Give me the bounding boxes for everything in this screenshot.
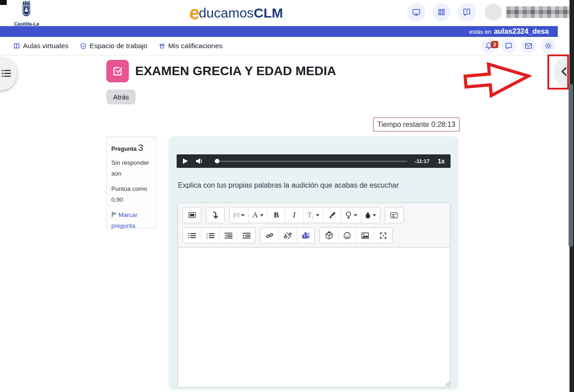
audio-time-remaining: -11:17 bbox=[415, 158, 429, 164]
smiley-icon bbox=[343, 232, 351, 239]
emoji-button[interactable] bbox=[338, 228, 356, 243]
toolbar-group-form bbox=[385, 207, 404, 223]
screen-corner-mark bbox=[0, 0, 7, 5]
rich-text-editor: Ff A B I T↕ bbox=[178, 203, 451, 387]
play-icon[interactable] bbox=[182, 158, 188, 164]
svg-text:?: ? bbox=[465, 9, 468, 14]
question-grade: Puntúa como 0,90 bbox=[111, 184, 152, 205]
teams-icon: T bbox=[302, 232, 310, 239]
apps-grid-icon bbox=[437, 8, 446, 17]
brand-e: e bbox=[189, 4, 200, 23]
nav-label: Espacio de trabajo bbox=[90, 42, 147, 50]
brush-button[interactable] bbox=[323, 207, 341, 223]
color-button[interactable] bbox=[361, 207, 380, 223]
text-size-icon: T↕ bbox=[307, 211, 314, 220]
monitor-icon bbox=[412, 8, 421, 17]
form-icon bbox=[390, 212, 398, 219]
collapse-toolbar-button[interactable] bbox=[183, 207, 201, 223]
shield-check-icon bbox=[80, 43, 87, 50]
unlink-button[interactable] bbox=[278, 228, 296, 243]
scrollbar-thumb[interactable] bbox=[569, 84, 573, 247]
resize-handle[interactable] bbox=[444, 381, 450, 386]
apps-button[interactable] bbox=[433, 3, 451, 21]
font-style-button[interactable]: A bbox=[248, 207, 267, 223]
messages-button[interactable] bbox=[501, 38, 516, 54]
outdent-icon bbox=[224, 232, 232, 239]
cube-icon bbox=[325, 231, 333, 239]
help-button[interactable]: ? bbox=[458, 3, 476, 21]
toolbar-group-collapse bbox=[182, 207, 201, 223]
svg-text:3: 3 bbox=[206, 237, 208, 239]
bulb-icon bbox=[345, 211, 352, 219]
notification-badge: 2 bbox=[491, 41, 498, 48]
outdent-button[interactable] bbox=[219, 228, 237, 243]
brand-mid: ducamos bbox=[199, 5, 254, 21]
bullet-list-button[interactable] bbox=[183, 228, 201, 243]
help-chat-icon: ? bbox=[462, 8, 471, 17]
chat-icon bbox=[505, 42, 513, 50]
list-icon bbox=[1, 69, 11, 78]
teams-button[interactable]: T bbox=[296, 228, 314, 243]
italic-button[interactable]: I bbox=[285, 207, 303, 223]
back-button[interactable]: Atrás bbox=[106, 90, 136, 104]
nav-item-espacio-de-trabajo[interactable]: Espacio de trabajo bbox=[80, 42, 147, 50]
nav-item-aulas-virtuales[interactable]: Aulas virtuales bbox=[14, 42, 68, 50]
fullscreen-button[interactable] bbox=[374, 228, 392, 243]
annotation-rectangle bbox=[547, 54, 569, 90]
flag-icon bbox=[111, 212, 117, 218]
arrow-down-button[interactable] bbox=[206, 207, 224, 223]
toolbar-group-lists: 123 bbox=[182, 227, 255, 243]
region-prefix: estás en bbox=[469, 28, 491, 35]
bold-icon: B bbox=[273, 211, 278, 220]
brand-logo: educamosCLM bbox=[189, 2, 283, 24]
gear-icon bbox=[544, 42, 552, 50]
page-title: EXAMEN GRECIA Y EDAD MEDIA bbox=[135, 64, 336, 78]
columns-icon bbox=[14, 43, 20, 49]
navbar: Aulas virtuales Espacio de trabajo Mis c… bbox=[0, 37, 574, 55]
picture-icon bbox=[361, 232, 369, 239]
numbered-list-button[interactable]: 123 bbox=[201, 228, 219, 243]
question-status: Sin responder aún bbox=[111, 158, 152, 179]
h5p-button[interactable] bbox=[320, 228, 338, 243]
flag-question-link[interactable]: Marcar pregunta bbox=[111, 210, 152, 231]
question-number-row: Pregunta3 bbox=[111, 142, 152, 153]
crest-icon bbox=[17, 1, 36, 19]
avatar bbox=[485, 4, 502, 21]
quiz-nav-drawer-toggle[interactable] bbox=[0, 57, 17, 90]
annotation-arrow-icon bbox=[461, 56, 533, 101]
audio-progress-knob[interactable] bbox=[215, 159, 219, 163]
archive-icon bbox=[159, 43, 165, 49]
volume-icon[interactable] bbox=[196, 158, 203, 165]
settings-button[interactable] bbox=[541, 38, 556, 54]
editor-text-wrap bbox=[178, 248, 451, 387]
bold-button[interactable]: B bbox=[267, 207, 285, 223]
caret-down-icon bbox=[260, 214, 264, 216]
nav-icon-buttons: 2 bbox=[481, 37, 556, 55]
audio-progress-bar[interactable] bbox=[214, 161, 407, 162]
nav-label: Mis calificaciones bbox=[168, 42, 223, 50]
question-prompt: Explica con tus propias palabras la audi… bbox=[178, 181, 399, 189]
form-button[interactable] bbox=[385, 207, 403, 223]
mail-button[interactable] bbox=[521, 38, 536, 54]
font-family-button[interactable]: Ff bbox=[230, 207, 248, 223]
question-info-panel: Pregunta3 Sin responder aún Puntúa como … bbox=[106, 136, 157, 229]
caret-down-icon bbox=[241, 214, 245, 216]
expand-icon bbox=[379, 232, 387, 239]
quiz-timer: Tiempo restante 0:28:13 bbox=[373, 117, 460, 131]
text-size-button[interactable]: T↕ bbox=[303, 207, 323, 223]
user-menu[interactable] bbox=[485, 4, 574, 21]
answer-textarea[interactable] bbox=[178, 248, 451, 387]
question-number: 3 bbox=[138, 142, 143, 153]
nav-item-mis-calificaciones[interactable]: Mis calificaciones bbox=[159, 42, 223, 50]
question-label: Pregunta bbox=[111, 145, 137, 152]
bulb-button[interactable] bbox=[341, 207, 361, 223]
monitor-button[interactable] bbox=[407, 3, 425, 21]
quiz-module-icon bbox=[106, 60, 129, 82]
notifications-button[interactable]: 2 bbox=[481, 38, 497, 54]
link-button[interactable] bbox=[260, 228, 278, 243]
indent-button[interactable] bbox=[237, 228, 255, 243]
audio-speed-button[interactable]: 1x bbox=[437, 158, 445, 165]
page-header: EXAMEN GRECIA Y EDAD MEDIA bbox=[106, 60, 336, 82]
insert-image-button[interactable] bbox=[356, 228, 374, 243]
page: Castilla-La Mancha educamosCLM ? bbox=[0, 0, 574, 392]
